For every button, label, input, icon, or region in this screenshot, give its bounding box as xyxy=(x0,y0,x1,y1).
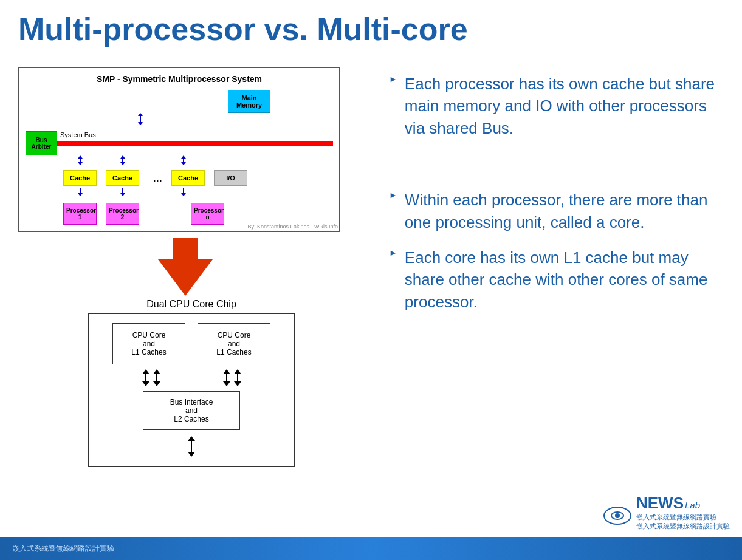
chip-arrow-4 xyxy=(234,369,241,386)
bus-to-cache-arrows xyxy=(26,155,333,165)
processor-n: Processor n xyxy=(191,203,224,225)
bus-arbiter: Bus Arbiter xyxy=(26,131,57,155)
bus-interface-box: Bus InterfaceandL2 Caches xyxy=(143,391,240,430)
processor-row: Processor 1 Processor 2 Processor n xyxy=(26,203,333,225)
bullet-item-3: ► Each core has its own L1 cache but may… xyxy=(389,247,729,313)
bullet-text-3: Each core has its own L1 cache but may s… xyxy=(405,247,729,313)
chip-box: CPU CoreandL1 Caches CPU CoreandL1 Cache… xyxy=(88,313,295,467)
cache-box-1: Cache xyxy=(63,170,97,186)
smp-title: SMP - Symmetric Multiprocessor System xyxy=(26,74,333,84)
cache-box-2: Cache xyxy=(106,170,139,186)
logo-icon xyxy=(602,497,633,528)
page-title: Multi-processor vs. Multi-core xyxy=(18,11,468,47)
chip-arrow-1 xyxy=(142,369,149,386)
dual-cpu-label: Dual CPU Core Chip xyxy=(18,299,365,310)
bullet-item-1: ► Each processor has its own cache but s… xyxy=(389,73,729,139)
svg-point-2 xyxy=(615,513,620,518)
mem-to-bus-arrow xyxy=(138,113,143,125)
bullet-arrow-2: ► xyxy=(389,190,397,200)
io-box: I/O xyxy=(214,170,247,186)
bullet-text-1: Each processor has its own cache but sha… xyxy=(405,73,729,139)
bullet-arrow-1: ► xyxy=(389,74,397,84)
logo-subtitle2: 嵌入式系統暨無線網路設計實驗 xyxy=(636,522,730,531)
bullet-arrow-3: ► xyxy=(389,248,397,258)
bottom-bar: 嵌入式系統暨無線網路設計實驗 xyxy=(0,537,742,560)
system-bus-line: System Bus xyxy=(57,141,333,146)
cache-row: Cache Cache ... Cache I/O xyxy=(26,170,333,186)
bottom-bar-text: 嵌入式系統暨無線網路設計實驗 xyxy=(12,544,114,554)
bullet-text-2: Within each processor, there are more th… xyxy=(405,189,729,233)
dots: ... xyxy=(153,172,162,185)
main-memory-box: Main Memory xyxy=(228,90,270,113)
chip-arrow-2 xyxy=(153,369,160,386)
system-bus-label: System Bus xyxy=(60,131,96,138)
right-column: ► Each processor has its own cache but s… xyxy=(389,73,729,326)
watermark: By: Konstantinos Fakinos - Wikis Info xyxy=(247,224,338,230)
smp-diagram: SMP - Symmetric Multiprocessor System Ma… xyxy=(18,67,340,232)
big-down-arrow xyxy=(12,238,359,296)
cpu-core-2: CPU CoreandL1 Caches xyxy=(198,323,270,364)
news-label: NEWS xyxy=(636,494,684,513)
bullet-item-2: ► Within each processor, there are more … xyxy=(389,189,729,233)
news-lab-logo: NEWS Lab 嵌入式系統暨無線網路實驗 嵌入式系統暨無線網路設計實驗 xyxy=(602,494,730,531)
processor-1: Processor 1 xyxy=(63,203,97,225)
lab-label: Lab xyxy=(685,500,700,510)
logo-subtitle: 嵌入式系統暨無線網路實驗 xyxy=(636,513,730,522)
core-row: CPU CoreandL1 Caches CPU CoreandL1 Cache… xyxy=(98,323,284,364)
cache-to-proc-arrows xyxy=(26,188,333,198)
chip-arrows-area xyxy=(98,369,284,386)
chip-bottom-arrow xyxy=(98,436,284,457)
system-bus-area: Bus Arbiter System Bus xyxy=(26,131,333,155)
processor-2: Processor 2 xyxy=(106,203,139,225)
cpu-core-1: CPU CoreandL1 Caches xyxy=(112,323,185,364)
chip-arrow-3 xyxy=(223,369,230,386)
left-column: SMP - Symmetric Multiprocessor System Ma… xyxy=(18,67,365,467)
cache-box-3: Cache xyxy=(171,170,205,186)
